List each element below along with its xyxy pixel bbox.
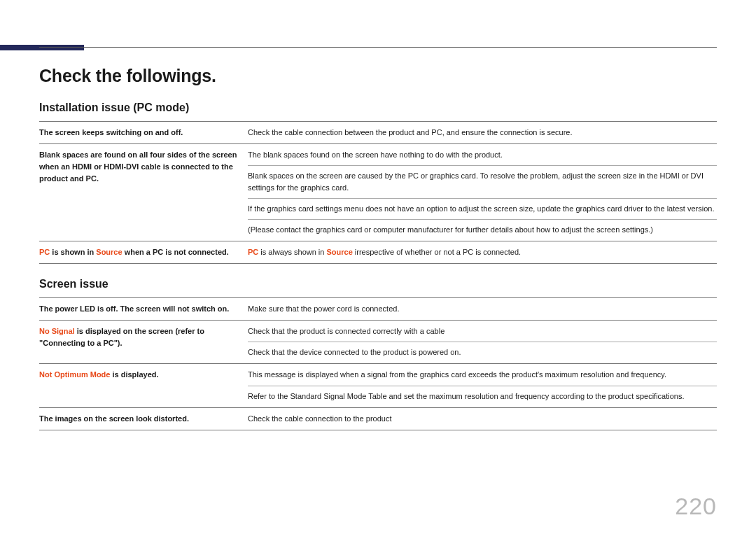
remedy-item: Check the cable connection between the p… xyxy=(248,127,717,139)
remedy-cell: This message is displayed when a signal … xyxy=(245,364,717,407)
remedy-cell: Make sure that the power cord is connect… xyxy=(245,298,717,320)
table-row: The screen keeps switching on and off.Ch… xyxy=(39,121,717,143)
accent-bar xyxy=(0,45,84,50)
remedy-cell: Check the cable connection between the p… xyxy=(245,122,717,143)
remedy-item: Refer to the Standard Signal Mode Table … xyxy=(248,391,717,402)
section-title: Installation issue (PC mode) xyxy=(39,101,717,114)
remedy-item: (Please contact the graphics card or com… xyxy=(248,224,717,236)
remedy-item: If the graphics card settings menu does … xyxy=(248,203,717,220)
symptom-cell: Blank spaces are found on all four sides… xyxy=(39,144,245,241)
remedy-item: This message is displayed when a signal … xyxy=(248,369,717,386)
table-row: PC is shown in Source when a PC is not c… xyxy=(39,241,717,264)
troubleshooting-table: The power LED is off. The screen will no… xyxy=(39,297,717,430)
table-row: The power LED is off. The screen will no… xyxy=(39,297,717,320)
remedy-cell: The blank spaces found on the screen hav… xyxy=(245,144,717,241)
content-sections: Installation issue (PC mode)The screen k… xyxy=(39,101,717,430)
page-number: 220 xyxy=(675,493,717,520)
symptom-cell: PC is shown in Source when a PC is not c… xyxy=(39,241,245,263)
troubleshooting-table: The screen keeps switching on and off.Ch… xyxy=(39,121,717,264)
section-title: Screen issue xyxy=(39,278,717,290)
table-row: No Signal is displayed on the screen (re… xyxy=(39,320,717,363)
symptom-cell: Not Optimum Mode is displayed. xyxy=(39,364,245,407)
symptom-cell: The power LED is off. The screen will no… xyxy=(39,298,245,320)
document-page: Check the followings. Installation issue… xyxy=(0,0,756,534)
remedy-item: PC is always shown in Source irrespectiv… xyxy=(248,246,717,258)
table-row: Blank spaces are found on all four sides… xyxy=(39,143,717,241)
remedy-item: Make sure that the power cord is connect… xyxy=(248,303,717,315)
table-row: The images on the screen look distorted.… xyxy=(39,407,717,430)
remedy-cell: Check that the product is connected corr… xyxy=(245,321,717,363)
symptom-cell: The screen keeps switching on and off. xyxy=(39,122,245,143)
remedy-item: The blank spaces found on the screen hav… xyxy=(248,149,717,166)
remedy-item: Check the cable connection to the produc… xyxy=(248,413,717,425)
symptom-cell: No Signal is displayed on the screen (re… xyxy=(39,321,245,363)
table-row: Not Optimum Mode is displayed.This messa… xyxy=(39,363,717,407)
remedy-item: Blank spaces on the screen are caused by… xyxy=(248,170,717,199)
remedy-item: Check that the device connected to the p… xyxy=(248,346,717,358)
remedy-cell: PC is always shown in Source irrespectiv… xyxy=(245,241,717,263)
remedy-cell: Check the cable connection to the produc… xyxy=(245,408,717,430)
remedy-item: Check that the product is connected corr… xyxy=(248,325,717,342)
symptom-cell: The images on the screen look distorted. xyxy=(39,408,245,430)
top-horizontal-rule xyxy=(39,47,717,48)
page-title: Check the followings. xyxy=(39,66,717,86)
